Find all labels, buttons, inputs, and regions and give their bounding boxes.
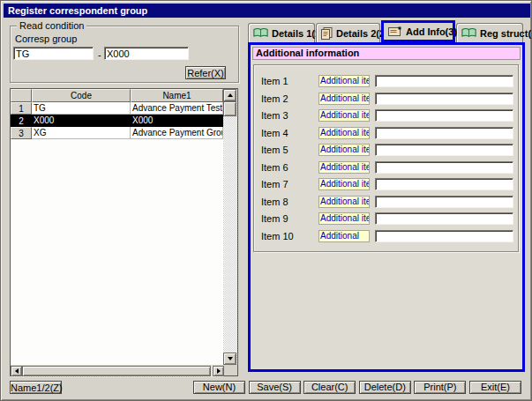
arrow-right-icon [217, 368, 221, 374]
tab-label: Reg struct(4) [480, 28, 532, 39]
document-icon [321, 27, 333, 40]
header-code: Code [32, 89, 131, 102]
additional-item-input[interactable] [375, 109, 513, 122]
scroll-up-button[interactable] [223, 89, 236, 101]
item-row-4: Item 4 Additional item4 [261, 127, 518, 139]
items-group: Item 1 Additional item1 Item 2 Additiona… [253, 64, 519, 252]
table-row[interactable]: 3 XG Advance Payment Group [11, 127, 223, 139]
additional-item-caption: Additional [318, 230, 370, 242]
print-button[interactable]: Print(P) [414, 381, 466, 394]
item-label: Item 10 [261, 231, 318, 241]
item-label: Item 8 [261, 197, 318, 207]
envelope-icon [388, 26, 402, 37]
read-condition-label: Read condition [17, 20, 86, 31]
tab-reg-struct[interactable]: Reg struct(4) [456, 23, 523, 42]
name12-button[interactable]: Name1/2(Z) [10, 381, 62, 394]
item-label: Item 4 [261, 128, 318, 138]
arrow-left-icon [15, 368, 19, 374]
additional-item-input[interactable] [375, 230, 513, 242]
corresp-group-from-input[interactable] [13, 47, 94, 60]
item-row-2: Item 2 Additional item2 [261, 93, 518, 105]
item-label: Item 2 [261, 93, 318, 104]
tab-add-info[interactable]: Add Info(3) [381, 20, 455, 42]
additional-item-caption: Additional item4 [318, 127, 370, 139]
book-icon [253, 27, 268, 39]
additional-item-caption: Additional item7 [318, 178, 370, 190]
item-row-6: Item 6 Additional item6 [261, 161, 518, 174]
header-corner-cell [11, 89, 32, 102]
item-row-7: Item 7 Additional item7 [261, 178, 518, 190]
add-info-panel: Additional information Item 1 Additional… [248, 42, 525, 372]
additional-item-input[interactable] [375, 196, 513, 208]
item-label: Item 1 [261, 76, 318, 86]
title-bar: Register correspondent group [4, 4, 530, 18]
additional-item-caption: Additional item8 [318, 196, 370, 208]
item-label: Item 3 [261, 110, 318, 121]
item-row-3: Item 3 Additional item3 [261, 109, 518, 122]
item-row-10: Item 10 Additional [261, 230, 518, 242]
corresp-group-label: Corresp group [15, 33, 77, 44]
additional-item-input[interactable] [375, 75, 513, 87]
item-label: Item 6 [261, 162, 318, 173]
new-button[interactable]: New(N) [193, 381, 245, 394]
table-row-selected[interactable]: 2 X000 X000 [11, 115, 223, 127]
tab-label: Add Info(3) [406, 26, 457, 37]
tab-label: Details 2(2) [336, 28, 388, 39]
window-title: Register correspondent group [8, 5, 147, 16]
scroll-left-button[interactable] [11, 366, 22, 376]
corresp-group-to-input[interactable] [104, 47, 189, 60]
additional-item-caption: Additional item9 [318, 212, 370, 225]
scroll-right-button[interactable] [213, 366, 224, 376]
delete-button[interactable]: Delete(D) [359, 381, 411, 394]
additional-item-caption: Additional item2 [318, 93, 370, 105]
correspondent-table: Code Name1 1 TG Advance Payment Test Gro… [10, 88, 238, 376]
item-label: Item 9 [261, 213, 318, 224]
additional-item-caption: Additional item1 [318, 75, 370, 87]
additional-item-input[interactable] [375, 161, 513, 174]
additional-item-caption: Additional item6 [318, 161, 370, 174]
arrow-up-icon [228, 93, 233, 97]
tab-details-1[interactable]: Details 1(1) [248, 23, 315, 42]
vertical-scrollbar[interactable] [223, 89, 237, 365]
tab-details-2[interactable]: Details 2(2) [316, 23, 380, 42]
item-row-5: Item 5 Additional item5 [261, 144, 518, 156]
footer-button-bar: New(N) Save(S) Clear(C) Delete(D) Print(… [193, 381, 521, 394]
vertical-scroll-thumb[interactable] [223, 101, 236, 116]
range-separator: - [98, 49, 101, 60]
table-header-row: Code Name1 [11, 89, 223, 102]
horizontal-scrollbar[interactable] [11, 366, 224, 377]
clear-button[interactable]: Clear(C) [303, 381, 356, 394]
register-correspondent-group-window: Register correspondent group Read condit… [0, 0, 532, 401]
additional-item-input[interactable] [375, 144, 513, 156]
item-row-1: Item 1 Additional item1 [261, 75, 518, 87]
header-name1: Name1 [131, 89, 223, 102]
item-label: Item 7 [261, 179, 318, 189]
item-row-9: Item 9 Additional item9 [261, 212, 518, 225]
additional-item-input[interactable] [375, 93, 513, 105]
item-row-8: Item 8 Additional item8 [261, 196, 518, 208]
panel-header: Additional information [252, 47, 521, 60]
tab-bar: Details 1(1) Details 2(2) Add Info(3) Re… [248, 20, 523, 42]
additional-item-caption: Additional item3 [318, 109, 370, 122]
exit-button[interactable]: Exit(E) [469, 381, 521, 394]
horizontal-scroll-thumb[interactable] [22, 366, 211, 376]
arrow-down-icon [228, 357, 233, 360]
refer-button[interactable]: Refer(X) [185, 66, 226, 79]
book-icon [461, 27, 476, 39]
additional-item-input[interactable] [375, 178, 513, 190]
additional-item-input[interactable] [375, 212, 513, 225]
table-grid-area: Code Name1 1 TG Advance Payment Test Gro… [11, 89, 223, 365]
item-label: Item 5 [261, 145, 318, 155]
save-button[interactable]: Save(S) [249, 381, 301, 394]
table-row[interactable]: 1 TG Advance Payment Test Group [11, 102, 223, 115]
scroll-down-button[interactable] [223, 353, 236, 365]
additional-item-input[interactable] [375, 127, 513, 139]
additional-item-caption: Additional item5 [318, 144, 370, 156]
